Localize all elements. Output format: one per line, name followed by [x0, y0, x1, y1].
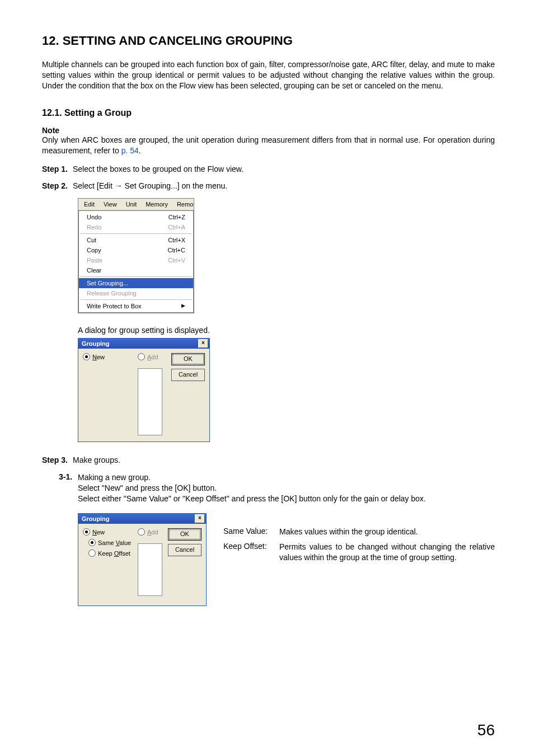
menu-separator [80, 233, 192, 234]
label-post: alue [119, 539, 131, 546]
radio-new[interactable]: New [83, 528, 133, 536]
radio-keep-offset-label: Keep Offset [98, 550, 130, 557]
radio-new-label: New [92, 529, 105, 536]
keep-offset-definition: Permits values to be changed without cha… [279, 542, 495, 563]
submenu-arrow-icon: ▶ [181, 303, 185, 309]
cancel-button[interactable]: Cancel [171, 369, 205, 381]
radio-add: Add [138, 528, 163, 536]
menu-cut-shortcut: Ctrl+X [168, 237, 185, 243]
group-list-box[interactable] [138, 368, 162, 435]
menubar-view[interactable]: View [99, 200, 121, 209]
menu-redo-shortcut: Ctrl+A [168, 224, 185, 231]
step-2-text-pre: Select [Edit [73, 181, 115, 190]
step-3-1-line3: Select either "Same Value" or "Keep Offs… [78, 494, 495, 504]
close-button[interactable]: × [198, 339, 208, 348]
label-rest: dd [151, 354, 158, 360]
mnemonic: N [92, 354, 97, 360]
menubar-unit[interactable]: Unit [121, 200, 142, 209]
menubar-memory[interactable]: Memory [141, 200, 172, 209]
radio-icon [88, 550, 96, 557]
menu-set-grouping-label: Set Grouping... [87, 280, 128, 287]
menubar: Edit View Unit Memory Remo [78, 199, 194, 210]
radio-new[interactable]: New [83, 353, 133, 360]
dialog-title: Grouping [82, 515, 110, 522]
menu-separator [80, 276, 192, 277]
menu-set-grouping[interactable]: Set Grouping... [79, 278, 193, 288]
dialog-title: Grouping [82, 340, 110, 347]
radio-icon [88, 539, 96, 546]
menu-copy-shortcut: Ctrl+C [168, 247, 185, 253]
menu-copy-label: Copy [87, 247, 101, 253]
ok-button[interactable]: OK [168, 528, 202, 541]
menubar-remote[interactable]: Remo [172, 200, 198, 209]
page-heading: 12. SETTING AND CANCELING GROUPING [42, 34, 495, 48]
radio-new-label: New [92, 354, 105, 360]
menu-undo[interactable]: Undo Ctrl+Z [79, 212, 193, 222]
radio-same-value[interactable]: Same Value [88, 539, 133, 546]
step-3-1-label: 3-1. [59, 472, 78, 504]
menu-clear-label: Clear [87, 267, 101, 274]
step-2: Step 2. Select [Edit → Set Grouping...] … [42, 181, 495, 190]
step-3-label: Step 3. [42, 456, 73, 464]
definitions: Same Value: Makes values within the grou… [223, 527, 495, 567]
dialog-titlebar: Grouping × [78, 339, 209, 349]
radio-add-label: Add [147, 354, 158, 360]
menu-write-protect[interactable]: Write Protect to Box ▶ [79, 301, 193, 311]
group-list-box[interactable] [138, 543, 162, 596]
label-pre: Same [98, 539, 116, 546]
radio-add: Add [138, 353, 163, 360]
edit-dropdown: Undo Ctrl+Z Redo Ctrl+A Cut Ctrl+X Copy … [78, 210, 194, 313]
label-rest: ew [97, 529, 105, 536]
ok-button[interactable]: OK [171, 353, 205, 365]
radio-keep-offset[interactable]: Keep Offset [88, 550, 133, 557]
grouping-dialog-2: Grouping × New Same Value Keep Offset [78, 513, 207, 606]
menu-cut-label: Cut [87, 237, 96, 243]
radio-same-value-label: Same Value [98, 539, 131, 546]
step-3-text: Make groups. [73, 456, 495, 464]
page-link[interactable]: p. 54 [121, 146, 139, 155]
menu-paste-label: Paste [87, 257, 102, 264]
step-3-1: 3-1. Making a new group. Select "New" an… [59, 472, 495, 504]
menu-undo-shortcut: Ctrl+Z [168, 214, 185, 220]
label-pre: Keep [98, 550, 114, 557]
step-2-text-post: Set Grouping...] on the menu. [123, 181, 228, 190]
menu-write-protect-label: Write Protect to Box [87, 303, 142, 309]
menu-release-grouping: Release Grouping [79, 288, 193, 298]
step-2-text: Select [Edit → Set Grouping...] on the m… [73, 181, 495, 190]
step-3: Step 3. Make groups. [42, 456, 495, 464]
note-text-2: . [139, 146, 141, 155]
step-2-label: Step 2. [42, 181, 73, 190]
radio-icon [83, 353, 90, 360]
menu-paste-shortcut: Ctrl+V [168, 257, 185, 264]
grouping-dialog-1: Grouping × New Add OK Canc [78, 338, 210, 442]
keep-offset-term: Keep Offset: [223, 542, 279, 563]
menu-redo-label: Redo [87, 224, 101, 231]
step-1: Step 1. Select the boxes to be grouped o… [42, 165, 495, 173]
same-value-definition: Makes values within the group identical. [279, 527, 495, 537]
label-post: ffset [119, 550, 130, 557]
step-1-text: Select the boxes to be grouped on the Fl… [73, 165, 495, 173]
note-body: Only when ARC boxes are grouped, the uni… [42, 135, 495, 156]
label-rest: dd [151, 529, 158, 536]
menu-copy[interactable]: Copy Ctrl+C [79, 245, 193, 255]
same-value-term: Same Value: [223, 527, 279, 537]
dialog-titlebar: Grouping × [78, 514, 206, 524]
step-3-1-line2: Select "New" and press the [OK] button. [78, 483, 495, 494]
menu-paste: Paste Ctrl+V [79, 255, 193, 265]
menubar-edit[interactable]: Edit [79, 200, 99, 209]
label-rest: ew [97, 354, 105, 360]
arrow-icon: → [115, 181, 123, 190]
menu-clear[interactable]: Clear [79, 265, 193, 275]
menu-separator [80, 299, 192, 300]
menu-cut[interactable]: Cut Ctrl+X [79, 235, 193, 245]
menu-release-grouping-label: Release Grouping [87, 290, 137, 297]
intro-paragraph: Multiple channels can be grouped into ea… [42, 59, 495, 91]
close-button[interactable]: × [195, 514, 205, 523]
mnemonic: N [92, 529, 97, 536]
step-1-label: Step 1. [42, 165, 73, 173]
note-label: Note [42, 126, 495, 135]
menu-undo-label: Undo [87, 214, 101, 220]
cancel-button[interactable]: Cancel [168, 544, 202, 556]
radio-icon [138, 528, 145, 536]
section-heading: 12.1. Setting a Group [42, 108, 495, 118]
